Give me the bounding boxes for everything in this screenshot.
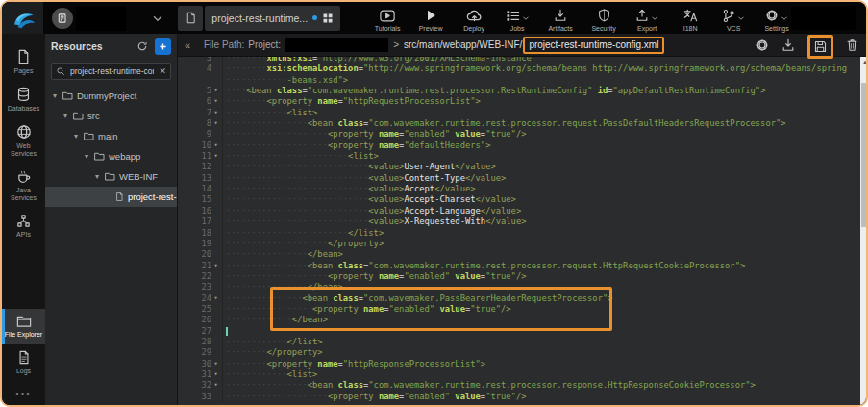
code-line-4[interactable]: 4········xsi:schemaLocation="http://www.… (190, 64, 860, 74)
fold-caret-icon[interactable]: ▾ (212, 293, 219, 304)
sidebar-more-icon[interactable]: ••• (2, 381, 45, 407)
code-line-33[interactable]: 33····················<property name="en… (190, 392, 860, 402)
editor-scrollbar[interactable]: ▲ ▼ (860, 57, 868, 407)
code-line-wrap[interactable]: ············-beans.xsd"> (190, 75, 860, 86)
toolbar-tutorials-button[interactable]: Tutorials (373, 9, 402, 32)
tree-item-src[interactable]: ▾src (45, 106, 177, 126)
code-text: ····<bean class="com.wavemaker.runtime.r… (223, 86, 765, 96)
gutter: 21▾ (190, 261, 223, 271)
scroll-down-icon[interactable]: ▼ (860, 399, 868, 407)
wavemaker-logo[interactable] (2, 2, 43, 34)
caret-down-icon[interactable]: ▾ (72, 132, 80, 140)
code-line-9[interactable]: 9····················<property name="ena… (190, 129, 860, 140)
code-line-12[interactable]: 12····························<value>Use… (190, 162, 860, 172)
fold-caret-icon[interactable]: ▾ (212, 140, 219, 151)
project-avatar-icon[interactable] (52, 8, 73, 29)
code-line-28[interactable]: 28············</list> (190, 337, 860, 347)
code-line-10[interactable]: 10▾····················<property name="d… (190, 140, 860, 151)
code-line-21[interactable]: 21▾················<bean class="com.wave… (190, 261, 860, 271)
code-editor[interactable]: 3········xmlns:xsi="http://www.w3.org/20… (178, 57, 868, 407)
code-token: "com.wavemaker.runtime.rest.processor.re… (368, 261, 740, 270)
project-menu-chevron-down-icon[interactable] (151, 12, 164, 25)
toolbar-export-button[interactable]: Export (632, 9, 661, 32)
caret-down-icon[interactable]: ▾ (62, 112, 69, 120)
tree-item-web-inf[interactable]: ▾WEB-INF (45, 166, 177, 187)
code-line-20[interactable]: 20················</bean> (190, 249, 860, 260)
fold-caret-icon[interactable]: ▾ (212, 380, 219, 391)
code-line-16[interactable]: 16····························<value>Acc… (190, 206, 860, 216)
caret-down-icon[interactable]: ▾ (93, 172, 101, 181)
toolbar-security-button[interactable]: Security (589, 9, 618, 32)
code-line-7[interactable]: 7▾············<list> (190, 108, 860, 118)
fold-caret-icon[interactable]: ▾ (212, 261, 219, 271)
download-file-button[interactable] (781, 38, 795, 52)
collapse-panel-icon[interactable]: « (181, 39, 194, 51)
code-line-25[interactable]: 25·················<property name="enabl… (190, 304, 860, 315)
scroll-up-icon[interactable]: ▲ (860, 57, 868, 66)
code-line-26[interactable]: 26·············</bean> (190, 315, 860, 325)
code-line-5[interactable]: 5▾····<bean class="com.wavemaker.runtime… (190, 86, 860, 96)
code-line-19[interactable]: 19····················</property> (190, 239, 860, 249)
tree-item-webapp[interactable]: ▾webapp (45, 146, 177, 166)
fold-caret-icon[interactable]: ▾ (212, 108, 219, 118)
code-line-13[interactable]: 13····························<value>Con… (190, 173, 860, 184)
fold-caret-icon[interactable]: ▾ (212, 96, 219, 107)
sidebar-item-databases[interactable]: Databases (2, 81, 45, 118)
settings-file-button[interactable] (756, 38, 769, 52)
open-file-icon[interactable] (178, 6, 203, 31)
code-line-24[interactable]: 24▾···············<bean class="com.wavem… (190, 293, 860, 304)
code-line-32[interactable]: 32▾················<bean class="com.wave… (190, 380, 860, 391)
tab-project-rest-runtime-config[interactable]: project-rest-runtime... (205, 6, 340, 31)
code-line-23[interactable]: 23················</bean> (190, 282, 860, 293)
code-line-14[interactable]: 14····························<value>Acc… (190, 184, 860, 194)
code-line-8[interactable]: 8▾················<bean class="com.wavem… (190, 118, 860, 129)
code-line-30[interactable]: 30▾········<property name="httpResponseP… (190, 359, 860, 369)
toolbar-settings-button[interactable]: Settings (762, 9, 791, 32)
fold-caret-icon[interactable]: ▾ (212, 151, 219, 162)
sidebar-item-apis[interactable]: APIs (2, 208, 45, 244)
code-line-29[interactable]: 29········</property> (190, 347, 860, 358)
toolbar-deploy-button[interactable]: Deploy (459, 9, 488, 32)
code-line-15[interactable]: 15····························<value>Acc… (190, 194, 860, 205)
code-line-18[interactable]: 18························</list> (190, 228, 860, 239)
sidebar-item-file-explorer[interactable]: File Explorer (2, 309, 45, 344)
tree-item-dummyproject[interactable]: ▾DummyProject (45, 86, 177, 106)
chevron-down-icon (781, 14, 788, 22)
code-line-11[interactable]: 11▾························<list> (190, 151, 860, 162)
sidebar-item-web-services[interactable]: Web Services (2, 118, 45, 164)
toolbar-i18n-button[interactable]: I18N (676, 9, 705, 32)
code-text: ····················<property name="enab… (223, 129, 527, 140)
toolbar-jobs-button[interactable]: Jobs (503, 9, 532, 32)
search-input[interactable] (68, 65, 156, 77)
caret-down-icon[interactable]: ▾ (51, 91, 59, 100)
scrollbar-thumb[interactable] (861, 83, 868, 227)
tree-item-project-rest-[interactable]: project-rest- (45, 187, 177, 207)
code-token: <bean (302, 293, 333, 303)
caret-down-icon[interactable]: ▾ (83, 152, 90, 161)
code-line-6[interactable]: 6▾········<property name="httpRequestPro… (190, 96, 860, 107)
delete-file-button[interactable] (846, 38, 858, 52)
save-file-button[interactable] (807, 35, 833, 59)
clear-search-icon[interactable]: ✕ (159, 66, 166, 76)
toolbar-vcs-button[interactable]: VCS (719, 9, 748, 32)
code-line-3[interactable]: 3········xmlns:xsi="http://www.w3.org/20… (190, 57, 860, 64)
code-line-22[interactable]: 22····················<property name="en… (190, 271, 860, 282)
fold-caret-icon[interactable]: ▾ (212, 118, 219, 129)
sidebar-item-pages[interactable]: Pages (2, 43, 45, 81)
add-resource-button[interactable] (155, 38, 171, 55)
indent-whitespace: ···················· (226, 239, 328, 248)
fold-caret-icon[interactable]: ▾ (212, 359, 219, 369)
refresh-icon[interactable] (136, 40, 148, 52)
fold-caret-icon[interactable]: ▾ (212, 86, 219, 96)
grid-icon[interactable] (322, 13, 334, 24)
toolbar-preview-button[interactable]: Preview (416, 9, 445, 32)
sidebar-item-java-services[interactable]: Java Services (2, 164, 45, 208)
code-line-17[interactable]: 17····························<value>X-R… (190, 216, 860, 227)
code-line-31[interactable]: 31▾············<list> (190, 369, 860, 380)
toolbar-artifacts-button[interactable]: Artifacts (546, 9, 575, 32)
code-line-27[interactable]: 27 (190, 326, 860, 337)
tree-item-main[interactable]: ▾main (45, 126, 177, 146)
sidebar-item-logs[interactable]: Logs (2, 344, 45, 381)
gutter: 26 (190, 315, 223, 325)
fold-caret-icon[interactable]: ▾ (212, 369, 219, 380)
